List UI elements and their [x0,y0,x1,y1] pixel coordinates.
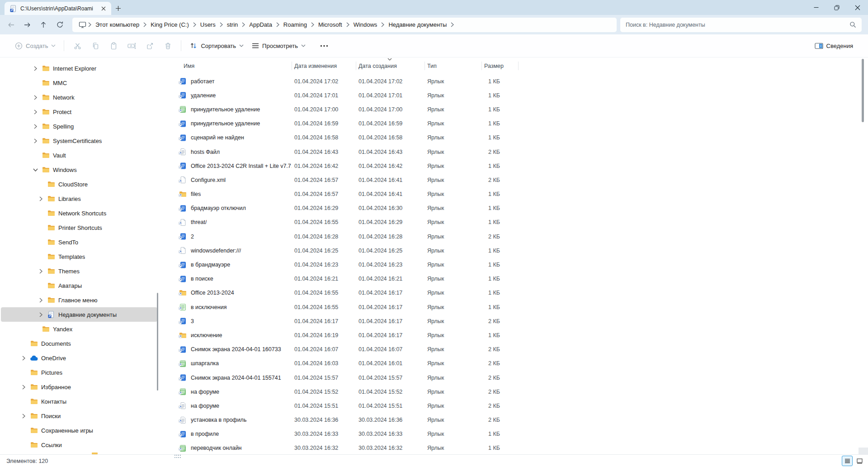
chevron-right-icon[interactable] [37,267,45,275]
file-row[interactable]: Office 2013-2024 C2R Install + Lite v7.7… [172,159,524,173]
file-row[interactable]: в поиске01.04.2024 16:2101.04.2024 16:21… [172,272,524,286]
chevron-right-icon[interactable] [37,311,45,319]
rename-button[interactable]: A [123,38,141,53]
sidebar-item[interactable]: Protect [1,105,157,119]
share-button[interactable] [141,38,159,53]
column-header[interactable]: Дата создания [356,63,425,69]
large-icons-view-toggle[interactable] [854,456,865,466]
cut-button[interactable] [68,38,86,53]
sidebar-item[interactable]: Themes [1,264,157,278]
column-divider[interactable] [292,62,292,70]
new-tab-button[interactable] [111,2,125,15]
sidebar-item[interactable]: Pictures [1,365,157,380]
sidebar-item[interactable]: Spelling [1,119,157,133]
paste-button[interactable] [104,38,123,53]
sidebar-scrollbar[interactable] [157,293,158,391]
breadcrumb-item[interactable]: AppData [245,18,276,32]
chevron-right-icon[interactable] [20,354,28,362]
column-header[interactable]: Тип [425,63,481,69]
back-button[interactable] [3,17,19,33]
sidebar-item[interactable]: Documents [1,336,157,351]
search-icon[interactable] [849,21,856,28]
sidebar-item[interactable]: Libraries [1,191,157,206]
file-row[interactable]: работает01.04.2024 17:0201.04.2024 17:02… [172,74,524,88]
file-row[interactable]: hosts Файл01.04.2024 16:4301.04.2024 16:… [172,145,524,159]
sidebar-item[interactable]: Internet Explorer [1,61,157,76]
list-scrollbar[interactable] [862,59,864,122]
file-row[interactable]: на форуме01.04.2024 15:5201.04.2024 15:5… [172,385,524,399]
sidebar-item[interactable]: Сохраненные игры [1,423,157,438]
chevron-right-icon[interactable] [32,94,39,101]
sidebar-item[interactable]: Network [1,90,157,105]
file-row[interactable]: в исключения01.04.2024 16:5501.04.2024 1… [172,300,524,314]
file-row[interactable]: 301.04.2024 16:1701.04.2024 16:17Ярлык2 … [172,314,524,328]
sidebar-item[interactable]: CloudStore [1,177,157,191]
column-divider[interactable] [481,62,482,70]
file-row[interactable]: Снимок экрана 2024-04-01 15574101.04.202… [172,371,524,385]
file-row[interactable]: переводчик онлайн30.03.2024 16:3230.03.2… [172,441,524,455]
copy-button[interactable] [86,38,104,53]
breadcrumb-item[interactable]: King Price (C:) [146,18,193,32]
sidebar-item[interactable]: Главное меню [1,293,157,307]
delete-button[interactable] [159,38,177,53]
file-row[interactable]: 201.04.2024 16:2801.04.2024 16:28Ярлык2 … [172,229,524,243]
file-row[interactable]: принудительное удаление01.04.2024 17:000… [172,102,524,116]
details-view-toggle[interactable] [842,456,853,466]
tab-close-icon[interactable] [99,5,108,13]
file-row[interactable]: удаление01.04.2024 17:0101.04.2024 17:01… [172,88,524,102]
explorer-tab[interactable]: C:\Users\strin\AppData\Roami [5,2,111,15]
view-button[interactable]: Просмотреть [248,39,310,52]
breadcrumb-item[interactable]: strin [223,18,242,32]
chevron-right-icon[interactable] [20,412,28,420]
search-box[interactable]: Поиск в: Недавние документы [620,18,862,32]
chevron-right-icon[interactable] [32,108,39,116]
address-bar[interactable]: Этот компьютерKing Price (C:)UsersstrinA… [72,18,617,32]
file-row[interactable]: исключение01.04.2024 16:1901.04.2024 16:… [172,328,524,342]
file-row[interactable]: Configure.xml01.04.2024 16:5701.04.2024 … [172,173,524,187]
breadcrumb-item[interactable]: Этот компьютер [91,18,143,32]
column-header[interactable]: Дата изменения [292,63,356,69]
file-row[interactable]: принудительное удаление01.04.2024 16:590… [172,117,524,131]
column-divider[interactable] [518,62,519,70]
file-row[interactable]: threat/01.04.2024 16:5501.04.2024 16:29Я… [172,215,524,229]
file-row[interactable]: windowsdefender:///01.04.2024 16:2501.04… [172,243,524,257]
more-options-button[interactable] [315,38,333,53]
sidebar-item[interactable]: Недавние документы [1,307,157,322]
sidebar-item[interactable]: Ссылки [1,438,157,452]
close-button[interactable] [847,0,868,15]
file-row[interactable]: в профиле30.03.2024 16:3330.03.2024 16:3… [172,427,524,441]
details-pane-button[interactable]: Сведения [811,39,857,52]
up-button[interactable] [35,17,52,33]
file-row[interactable]: Снимок экрана 2024-04-01 16073301.04.202… [172,343,524,357]
breadcrumb-item[interactable]: Windows [349,18,382,32]
sidebar-item[interactable]: Избранное [1,380,157,394]
sidebar-item[interactable]: OneDrive [1,351,157,365]
minimize-button[interactable] [806,0,826,15]
sidebar-item[interactable]: Контакты [1,394,157,409]
file-row[interactable]: установка в профиль30.03.2024 16:3630.03… [172,413,524,427]
chevron-right-icon[interactable] [37,195,45,203]
file-row[interactable]: сценарий не найден01.04.2024 16:5801.04.… [172,131,524,145]
forward-button[interactable] [19,17,35,33]
sidebar-item[interactable]: Network Shortcuts [1,206,157,220]
sort-button[interactable]: Сортировать [185,39,248,52]
chevron-right-icon[interactable] [32,123,39,130]
create-button[interactable]: Создать [11,39,60,53]
breadcrumb-item[interactable]: Microsoft [314,18,346,32]
chevron-right-icon[interactable] [32,65,39,72]
refresh-button[interactable] [52,17,68,33]
column-header[interactable]: Имя [172,63,292,69]
chevron-right-icon[interactable] [32,137,39,145]
sidebar-item[interactable]: Printer Shortcuts [1,220,157,235]
sidebar-item[interactable]: Windows [1,162,157,177]
file-row[interactable]: на форуме01.04.2024 15:5101.04.2024 15:5… [172,399,524,413]
file-row[interactable]: брадмауэр отключил01.04.2024 16:2901.04.… [172,201,524,215]
file-row[interactable]: files01.04.2024 16:5701.04.2024 16:41Ярл… [172,187,524,201]
column-divider[interactable] [356,62,356,70]
file-row[interactable]: Office 2013-202401.04.2024 16:5501.04.20… [172,286,524,300]
chevron-right-icon[interactable] [20,383,28,391]
file-row[interactable]: шпаргалка01.04.2024 16:0301.04.2024 16:0… [172,357,524,371]
sidebar-item[interactable]: Yandex [1,322,157,336]
breadcrumb-item[interactable]: Недавние документы [384,18,451,32]
sidebar-item[interactable]: SendTo [1,235,157,249]
